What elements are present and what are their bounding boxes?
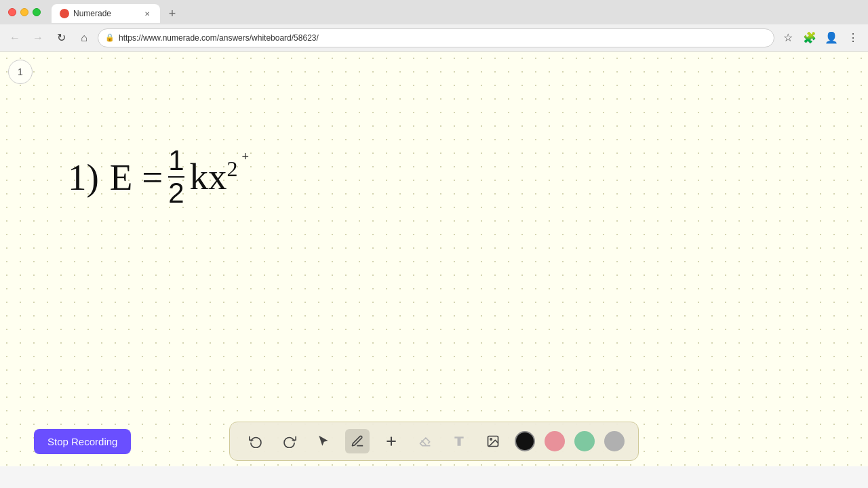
stop-recording-button[interactable]: Stop Recording bbox=[34, 429, 131, 454]
back-button[interactable]: ← bbox=[5, 28, 24, 47]
add-icon bbox=[384, 434, 398, 448]
bookmark-icon[interactable]: ☆ bbox=[778, 28, 797, 47]
menu-button[interactable]: ⋮ bbox=[844, 28, 863, 47]
svg-point-3 bbox=[490, 439, 492, 441]
toolbar bbox=[229, 422, 639, 461]
text-icon bbox=[452, 434, 466, 448]
browser-chrome: Numerade ✕ + ← → ↻ ⌂ 🔒 https://www.numer… bbox=[0, 0, 868, 52]
whiteboard: 1 1) E = 1 2 kx2 + Stop Recording bbox=[0, 52, 868, 466]
forward-button[interactable]: → bbox=[28, 28, 47, 47]
home-button[interactable]: ⌂ bbox=[75, 28, 94, 47]
profile-button[interactable]: 👤 bbox=[822, 28, 841, 47]
traffic-lights bbox=[8, 8, 41, 16]
select-icon bbox=[317, 434, 330, 448]
pen-icon bbox=[351, 434, 364, 448]
fraction-denominator: 2 bbox=[168, 178, 184, 207]
tab-label: Numerade bbox=[73, 9, 138, 18]
color-gray[interactable] bbox=[604, 431, 625, 451]
undo-icon bbox=[249, 434, 262, 448]
select-button[interactable] bbox=[311, 429, 336, 453]
redo-icon bbox=[283, 434, 296, 448]
color-pink[interactable] bbox=[545, 431, 565, 451]
math-equation: 1) E = 1 2 kx2 + bbox=[68, 146, 249, 207]
add-button[interactable] bbox=[379, 429, 403, 453]
image-button[interactable] bbox=[481, 429, 505, 453]
nav-actions: ☆ 🧩 👤 ⋮ bbox=[778, 28, 863, 47]
title-bar: Numerade ✕ + bbox=[0, 0, 868, 24]
fraction-numerator: 1 bbox=[168, 146, 184, 178]
page-number: 1 bbox=[8, 60, 33, 84]
refresh-button[interactable]: ↻ bbox=[52, 28, 71, 47]
color-black[interactable] bbox=[515, 431, 535, 451]
url-text: https://www.numerade.com/answers/whitebo… bbox=[119, 33, 767, 43]
lock-icon: 🔒 bbox=[105, 33, 115, 42]
equation-fraction: 1 2 bbox=[168, 146, 184, 207]
eraser-icon bbox=[418, 434, 432, 448]
redo-button[interactable] bbox=[277, 429, 302, 453]
active-tab[interactable]: Numerade ✕ bbox=[52, 4, 160, 23]
pen-button[interactable] bbox=[345, 429, 370, 453]
new-tab-button[interactable]: + bbox=[163, 4, 182, 23]
equation-e: E = bbox=[110, 159, 163, 196]
equation-prefix: 1) bbox=[68, 159, 99, 196]
minimize-button[interactable] bbox=[20, 8, 28, 16]
cursor-plus: + bbox=[242, 150, 250, 163]
image-icon bbox=[486, 434, 500, 448]
equation-kx2: kx2 bbox=[190, 158, 238, 195]
tab-close-button[interactable]: ✕ bbox=[142, 9, 152, 18]
eraser-button[interactable] bbox=[413, 429, 437, 453]
address-bar[interactable]: 🔒 https://www.numerade.com/answers/white… bbox=[98, 28, 774, 47]
maximize-button[interactable] bbox=[33, 8, 41, 16]
tab-favicon bbox=[60, 9, 69, 18]
navbar: ← → ↻ ⌂ 🔒 https://www.numerade.com/answe… bbox=[0, 24, 868, 52]
close-button[interactable] bbox=[8, 8, 16, 16]
color-green[interactable] bbox=[574, 431, 595, 451]
exponent-2: 2 bbox=[227, 157, 238, 181]
tab-bar: Numerade ✕ + bbox=[46, 1, 187, 23]
extensions-button[interactable]: 🧩 bbox=[800, 28, 819, 47]
undo-button[interactable] bbox=[243, 429, 268, 453]
text-button[interactable] bbox=[447, 429, 471, 453]
